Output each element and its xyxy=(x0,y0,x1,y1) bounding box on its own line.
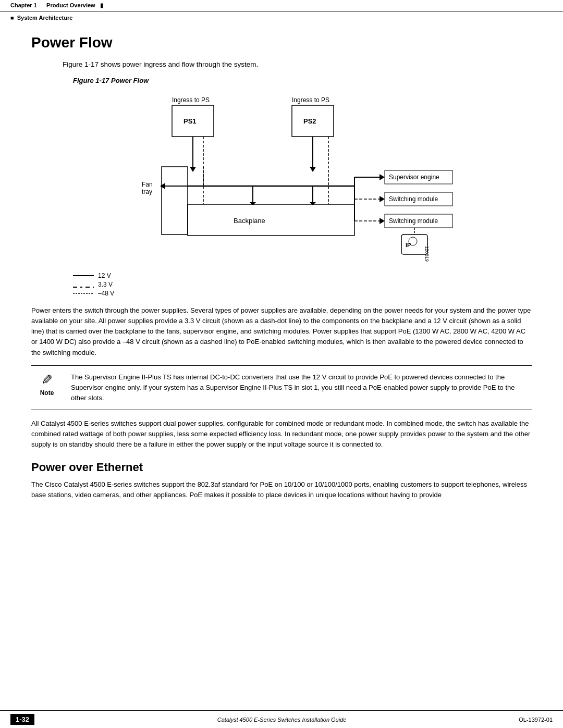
ingress-ps-right-label: Ingress to PS xyxy=(292,96,329,104)
top-header: Chapter 1 Product Overview ▮ xyxy=(0,0,563,11)
svg-marker-7 xyxy=(310,167,316,172)
legend-48v-label: –48 V xyxy=(98,290,114,297)
main-content: Power Flow Figure 1-17 shows power ingre… xyxy=(0,24,563,518)
chapter-title: Product Overview xyxy=(46,2,95,8)
svg-text:Backplane: Backplane xyxy=(234,217,265,225)
svg-text:Switching module: Switching module xyxy=(389,195,438,203)
note-icon-area: ✎ Note xyxy=(31,372,63,397)
page-title: Power Flow xyxy=(31,34,532,51)
figure-caption: Figure 1-17 Power Flow xyxy=(73,77,532,84)
note-label: Note xyxy=(40,389,54,397)
power-flow-diagram: Ingress to PS PS1 Ingress to PS PS2 Fan … xyxy=(104,90,459,267)
svg-text:Switching module: Switching module xyxy=(389,217,438,225)
figure-caption-text: Figure 1-17 Power Flow xyxy=(73,77,149,84)
svg-text:tray: tray xyxy=(142,188,152,195)
legend-12v-label: 12 V xyxy=(98,272,111,279)
svg-marker-12 xyxy=(160,183,165,189)
chapter-label: Chapter 1 xyxy=(10,2,37,8)
svg-marker-24 xyxy=(380,174,385,180)
legend-33v: 3.3 V xyxy=(73,281,532,288)
legend-12v: 12 V xyxy=(73,272,532,279)
svg-text:Supervisor engine: Supervisor engine xyxy=(389,174,439,181)
note-text: The Supervisor Engine II-Plus TS has int… xyxy=(71,372,532,403)
svg-text:PS2: PS2 xyxy=(303,117,316,125)
legend: 12 V 3.3 V –48 V xyxy=(73,272,532,297)
svg-text:IP: IP xyxy=(406,242,411,248)
body-paragraph-3: The Cisco Catalyst 4500 E-series switche… xyxy=(31,479,532,500)
svg-point-37 xyxy=(409,237,417,245)
legend-12v-line xyxy=(73,275,94,276)
svg-text:Fan: Fan xyxy=(142,181,153,188)
svg-marker-3 xyxy=(190,167,196,172)
footer-doc-number: OL-13972-01 xyxy=(519,717,553,723)
footer-doc-title: Catalyst 4500 E-Series Switches Installa… xyxy=(45,717,519,723)
sub-heading: Power over Ethernet xyxy=(31,461,532,474)
legend-48v: –48 V xyxy=(73,290,532,297)
svg-text:120819: 120819 xyxy=(424,246,430,262)
section-label: ■ System Architecture xyxy=(0,11,563,24)
svg-marker-32 xyxy=(380,218,385,224)
svg-text:PS1: PS1 xyxy=(183,117,197,125)
footer-page-number: 1-32 xyxy=(10,714,34,725)
svg-rect-14 xyxy=(188,204,354,236)
section-name: System Architecture xyxy=(17,15,73,21)
diagram-container: Ingress to PS PS1 Ingress to PS PS2 Fan … xyxy=(104,90,459,267)
svg-marker-20 xyxy=(250,202,256,205)
body-paragraph-1: Power enters the switch through the powe… xyxy=(31,305,532,358)
body-paragraph-2: All Catalyst 4500 E-series switches supp… xyxy=(31,418,532,450)
svg-rect-10 xyxy=(162,167,188,235)
note-box: ✎ Note The Supervisor Engine II-Plus TS … xyxy=(31,365,532,410)
intro-text: Figure 1-17 shows power ingress and flow… xyxy=(63,60,532,68)
legend-33v-label: 3.3 V xyxy=(98,281,113,288)
svg-marker-22 xyxy=(310,202,316,205)
svg-marker-28 xyxy=(380,196,385,202)
ingress-ps-left-label: Ingress to PS xyxy=(172,96,210,104)
header-chapter: Chapter 1 Product Overview ▮ xyxy=(10,2,103,9)
pencil-icon: ✎ xyxy=(41,372,53,388)
bottom-footer: 1-32 Catalyst 4500 E-Series Switches Ins… xyxy=(0,710,563,728)
